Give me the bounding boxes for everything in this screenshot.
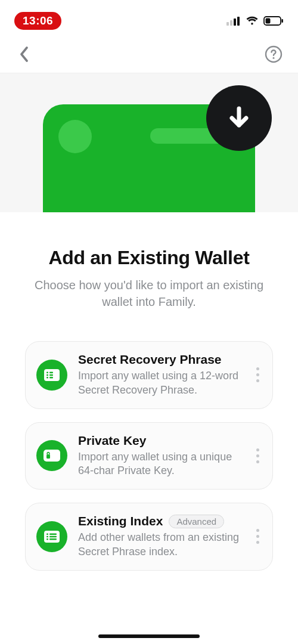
page-subtitle: Choose how you'd like to import an exist…	[20, 277, 278, 310]
back-button[interactable]	[14, 44, 35, 64]
option-description: Add other wallets from an existing Secre…	[78, 531, 241, 559]
svg-rect-6	[282, 19, 284, 23]
chevron-left-icon	[20, 47, 29, 62]
download-badge	[206, 85, 272, 151]
home-indicator	[98, 634, 200, 638]
svg-rect-0	[226, 22, 229, 26]
svg-point-8	[273, 57, 275, 59]
more-icon[interactable]	[252, 364, 263, 386]
option-title: Existing Index	[78, 514, 163, 528]
option-title: Secret Recovery Phrase	[78, 352, 222, 367]
wifi-icon	[246, 16, 259, 26]
svg-rect-12	[46, 374, 48, 376]
svg-rect-1	[230, 20, 232, 26]
option-existing-index[interactable]: Existing Index Advanced Add other wallet…	[25, 503, 273, 571]
status-indicators	[226, 16, 284, 26]
options-list: Secret Recovery Phrase Import any wallet…	[20, 341, 278, 571]
more-icon[interactable]	[252, 525, 263, 547]
option-description: Import any wallet using a 12-word Secret…	[78, 369, 241, 398]
svg-rect-11	[49, 371, 53, 373]
option-secret-recovery-phrase[interactable]: Secret Recovery Phrase Import any wallet…	[25, 341, 273, 409]
status-time: 13:06	[14, 12, 61, 30]
advanced-badge: Advanced	[169, 515, 224, 528]
svg-rect-16	[44, 450, 60, 462]
svg-rect-21	[46, 536, 48, 538]
nav-bar	[0, 33, 298, 73]
option-private-key[interactable]: Private Key Import any wallet using a un…	[25, 422, 273, 490]
svg-rect-15	[49, 377, 53, 379]
svg-rect-19	[46, 533, 48, 535]
more-icon[interactable]	[252, 445, 263, 467]
cellular-signal-icon	[226, 16, 241, 26]
page-title: Add an Existing Wallet	[20, 247, 278, 269]
option-description: Import any wallet using a unique 64-char…	[78, 450, 241, 479]
svg-rect-23	[46, 538, 48, 540]
svg-rect-14	[46, 377, 48, 379]
svg-rect-17	[46, 454, 50, 459]
svg-rect-22	[49, 536, 57, 538]
card-lock-icon	[36, 440, 67, 471]
svg-rect-10	[46, 371, 48, 373]
list-icon	[36, 521, 67, 552]
status-bar: 13:06	[0, 0, 298, 33]
option-title: Private Key	[78, 434, 146, 448]
card-dot-decoration	[58, 120, 92, 153]
svg-rect-3	[237, 17, 240, 26]
svg-rect-5	[266, 18, 271, 24]
svg-rect-20	[49, 533, 57, 535]
hero-illustration	[0, 73, 298, 212]
arrow-down-icon	[225, 104, 253, 132]
help-button[interactable]	[263, 44, 284, 64]
svg-rect-13	[49, 374, 53, 376]
battery-icon	[263, 16, 284, 26]
svg-rect-2	[234, 18, 236, 26]
svg-rect-24	[49, 538, 57, 540]
help-icon	[265, 45, 283, 63]
list-icon	[36, 360, 67, 391]
